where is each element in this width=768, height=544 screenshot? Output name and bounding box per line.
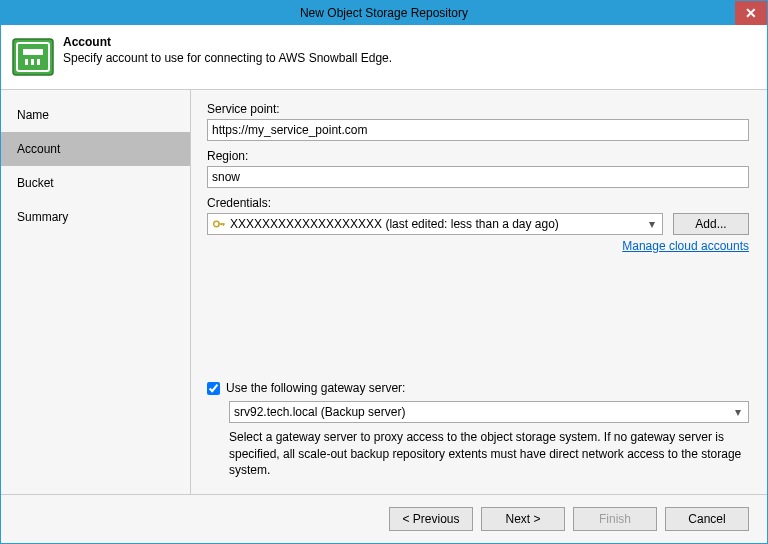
wizard-steps: Name Account Bucket Summary <box>1 90 191 494</box>
wizard-content: Service point: Region: Credentials: <box>191 90 767 494</box>
sidebar-item-bucket[interactable]: Bucket <box>1 166 190 200</box>
finish-button: Finish <box>573 507 657 531</box>
credentials-group: Credentials: XXXXXXXXXXXXXXXXXXX (last e… <box>207 196 749 253</box>
svg-rect-4 <box>31 59 34 65</box>
close-button[interactable]: ✕ <box>735 1 767 25</box>
svg-rect-3 <box>25 59 28 65</box>
sidebar-item-account[interactable]: Account <box>1 132 190 166</box>
window-title: New Object Storage Repository <box>300 6 468 20</box>
wizard-header-text: Account Specify account to use for conne… <box>63 35 392 65</box>
credentials-select[interactable]: XXXXXXXXXXXXXXXXXXX (last edited: less t… <box>207 213 663 235</box>
page-title: Account <box>63 35 392 49</box>
svg-rect-2 <box>23 49 43 55</box>
service-point-input[interactable] <box>207 119 749 141</box>
page-subtitle: Specify account to use for connecting to… <box>63 51 392 65</box>
gateway-server-select[interactable]: srv92.tech.local (Backup server) ▾ <box>229 401 749 423</box>
key-icon <box>212 217 226 231</box>
window: New Object Storage Repository ✕ Account … <box>0 0 768 544</box>
region-group: Region: <box>207 149 749 188</box>
add-credentials-button[interactable]: Add... <box>673 213 749 235</box>
svg-rect-9 <box>221 223 222 225</box>
manage-cloud-accounts-link[interactable]: Manage cloud accounts <box>622 239 749 253</box>
chevron-down-icon: ▾ <box>730 405 746 419</box>
service-point-group: Service point: <box>207 102 749 141</box>
wizard-body: Name Account Bucket Summary Service poin… <box>1 90 767 494</box>
wizard-footer: < Previous Next > Finish Cancel <box>1 494 767 543</box>
credentials-label: Credentials: <box>207 196 749 210</box>
use-gateway-checkbox[interactable] <box>207 382 220 395</box>
region-label: Region: <box>207 149 749 163</box>
svg-point-6 <box>214 221 220 227</box>
close-icon: ✕ <box>745 5 757 21</box>
titlebar: New Object Storage Repository ✕ <box>1 1 767 25</box>
svg-rect-0 <box>13 39 53 75</box>
next-button[interactable]: Next > <box>481 507 565 531</box>
sidebar-item-summary[interactable]: Summary <box>1 200 190 234</box>
cancel-button[interactable]: Cancel <box>665 507 749 531</box>
gateway-hint: Select a gateway server to proxy access … <box>229 429 749 478</box>
gateway-server-value: srv92.tech.local (Backup server) <box>234 405 726 419</box>
wizard-header: Account Specify account to use for conne… <box>1 25 767 90</box>
storage-device-icon <box>11 35 55 79</box>
region-input[interactable] <box>207 166 749 188</box>
use-gateway-label: Use the following gateway server: <box>226 381 405 395</box>
service-point-label: Service point: <box>207 102 749 116</box>
gateway-block: Use the following gateway server: srv92.… <box>207 381 749 484</box>
sidebar-item-name[interactable]: Name <box>1 98 190 132</box>
previous-button[interactable]: < Previous <box>389 507 473 531</box>
credentials-value: XXXXXXXXXXXXXXXXXXX (last edited: less t… <box>230 217 640 231</box>
chevron-down-icon: ▾ <box>644 217 660 231</box>
svg-rect-8 <box>223 223 224 226</box>
svg-rect-5 <box>37 59 40 65</box>
